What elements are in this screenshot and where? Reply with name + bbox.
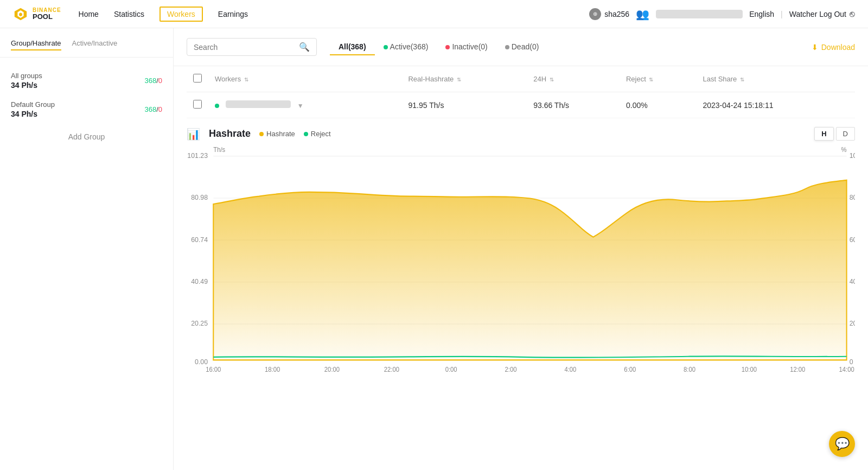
main-content: 🔍 All(368) Active(368) Inactive(0) Dead(… xyxy=(174,28,868,470)
expand-icon[interactable]: ▼ xyxy=(297,102,304,110)
filter-tab-all[interactable]: All(368) xyxy=(330,39,375,55)
filter-tab-inactive[interactable]: Inactive(0) xyxy=(437,39,496,55)
x-label-6: 6:00 xyxy=(624,366,636,373)
sidebar-group-default-counts: 368/0 xyxy=(144,105,162,113)
period-h-button[interactable]: H xyxy=(814,127,833,141)
chart-container: 📊 Hashrate Hashrate Reject H D xyxy=(174,118,868,384)
search-input[interactable] xyxy=(194,43,295,52)
chart-title: Hashrate xyxy=(209,128,251,139)
table-row: ▼ 91.95 Th/s 93.66 Th/s 0.00% 2023-04-24… xyxy=(187,92,855,118)
filter-tab-active[interactable]: Active(368) xyxy=(375,39,437,55)
logo-pool-text: POOL xyxy=(33,13,61,20)
x-label-4: 4:00 xyxy=(564,366,576,373)
select-all-checkbox[interactable] xyxy=(193,74,202,82)
worker-status-dot xyxy=(215,104,219,108)
y-pct-2: 60 xyxy=(850,235,855,244)
chart-period-buttons: H D xyxy=(814,127,855,141)
filter-tab-dead[interactable]: Dead(0) xyxy=(496,39,548,55)
sidebar-group-all-counts: 368/0 xyxy=(144,77,162,85)
sidebar-group-all-hashrate: 34 Ph/s xyxy=(11,81,42,90)
logout-label: Watcher Log Out xyxy=(789,10,846,18)
th-last-share-label: Last Share xyxy=(703,75,737,83)
download-button[interactable]: ⬇ Download xyxy=(812,43,855,52)
th-workers-label: Workers xyxy=(215,75,241,83)
th-checkbox xyxy=(187,66,208,92)
download-label: Download xyxy=(821,43,855,52)
legend-reject: Reject xyxy=(304,130,331,138)
sidebar-group-all[interactable]: All groups 34 Ph/s 368/0 xyxy=(0,66,173,95)
x-label-2: 2:00 xyxy=(505,366,517,373)
main-layout: Group/Hashrate Active/Inactive All group… xyxy=(0,28,868,470)
th-last-share[interactable]: Last Share ⇅ xyxy=(696,66,855,92)
x-label-20: 20:00 xyxy=(324,366,340,373)
row-checkbox[interactable] xyxy=(193,100,202,109)
sidebar-tab-active-inactive[interactable]: Active/Inactive xyxy=(72,39,118,50)
y-pct-4: 20 xyxy=(850,319,855,328)
filter-inactive-label: Inactive(0) xyxy=(452,42,487,51)
navbar: BINANCE POOL Home Statistics Workers Ear… xyxy=(0,0,868,28)
nav-statistics[interactable]: Statistics xyxy=(114,10,144,18)
filter-dead-label: Dead(0) xyxy=(512,42,539,51)
chart-header: 📊 Hashrate Hashrate Reject H D xyxy=(187,127,855,141)
worker-24h-cell: 93.66 Th/s xyxy=(527,92,620,118)
period-d-button[interactable]: D xyxy=(836,127,855,141)
nav-users-icon[interactable]: 👥 xyxy=(636,8,649,21)
chart-area: 101.23 80.98 60.74 40.49 20.25 0.00 100 … xyxy=(187,147,855,375)
toolbar: 🔍 All(368) Active(368) Inactive(0) Dead(… xyxy=(174,28,868,66)
y-pct-0: 100 xyxy=(850,151,855,160)
x-label-12: 12:00 xyxy=(790,366,806,373)
chat-button[interactable]: 💬 xyxy=(829,431,855,457)
y-unit-label: Th/s xyxy=(213,147,225,153)
th-24h-label: 24H xyxy=(533,75,546,83)
real-hashrate-sort-icon: ⇅ xyxy=(457,77,461,82)
active-dot xyxy=(384,45,388,49)
th-workers[interactable]: Workers ⇅ xyxy=(208,66,401,92)
table-header: Workers ⇅ Real-Hashrate ⇅ 24H ⇅ Reject xyxy=(187,66,855,92)
nav-algo: ⊕ sha256 xyxy=(589,8,629,20)
th-reject[interactable]: Reject ⇅ xyxy=(620,66,696,92)
table-body: ▼ 91.95 Th/s 93.66 Th/s 0.00% 2023-04-24… xyxy=(187,92,855,118)
algo-icon: ⊕ xyxy=(589,8,601,20)
x-label-18: 18:00 xyxy=(265,366,280,373)
legend-hashrate-dot xyxy=(259,132,264,136)
y-pct-1: 80 xyxy=(850,193,855,202)
th-real-hashrate-label: Real-Hashrate xyxy=(408,75,454,83)
chart-title-icon: 📊 xyxy=(187,128,200,141)
y-pct-3: 40 xyxy=(850,277,855,286)
y-label-4: 20.25 xyxy=(191,319,208,328)
th-24h[interactable]: 24H ⇅ xyxy=(527,66,620,92)
sidebar-group-all-name: All groups xyxy=(11,72,42,80)
default-inactive-count: 0 xyxy=(158,105,162,113)
legend-reject-label: Reject xyxy=(311,130,331,138)
dead-dot xyxy=(505,45,509,49)
logo[interactable]: BINANCE POOL xyxy=(13,7,61,22)
sidebar-tab-group-hashrate[interactable]: Group/Hashrate xyxy=(11,39,61,50)
workers-table-container: Workers ⇅ Real-Hashrate ⇅ 24H ⇅ Reject xyxy=(174,66,868,118)
x-label-16: 16:00 xyxy=(206,366,221,373)
search-box[interactable]: 🔍 xyxy=(187,38,317,56)
workers-sort-icon: ⇅ xyxy=(244,77,248,82)
inactive-dot xyxy=(445,45,450,49)
algo-label: sha256 xyxy=(604,10,629,18)
worker-last-share-cell: 2023-04-24 15:18:11 xyxy=(696,92,855,118)
chat-icon: 💬 xyxy=(835,437,850,451)
th-real-hashrate[interactable]: Real-Hashrate ⇅ xyxy=(401,66,527,92)
sidebar: Group/Hashrate Active/Inactive All group… xyxy=(0,28,174,470)
nav-logout[interactable]: Watcher Log Out ⎋ xyxy=(789,9,855,19)
worker-name-blur xyxy=(226,100,291,108)
y-label-5: 0.00 xyxy=(195,358,208,366)
nav-links: Home Statistics Workers Earnings xyxy=(79,7,248,22)
y-label-0: 101.23 xyxy=(187,151,208,160)
nav-workers[interactable]: Workers xyxy=(159,7,203,22)
nav-earnings[interactable]: Earnings xyxy=(218,10,248,18)
nav-language[interactable]: English xyxy=(749,10,774,18)
worker-real-hashrate-cell: 91.95 Th/s xyxy=(401,92,527,118)
sidebar-group-default[interactable]: Default Group 34 Ph/s 368/0 xyxy=(0,95,173,124)
add-group-button[interactable]: Add Group xyxy=(68,132,105,141)
nav-home[interactable]: Home xyxy=(79,10,99,18)
all-active-count: 368 xyxy=(144,77,156,85)
sidebar-group-default-name: Default Group xyxy=(11,100,55,109)
logout-icon: ⎋ xyxy=(850,9,855,19)
x-label-22: 22:00 xyxy=(384,366,400,373)
nav-right: ⊕ sha256 👥 English | Watcher Log Out ⎋ xyxy=(589,8,855,21)
